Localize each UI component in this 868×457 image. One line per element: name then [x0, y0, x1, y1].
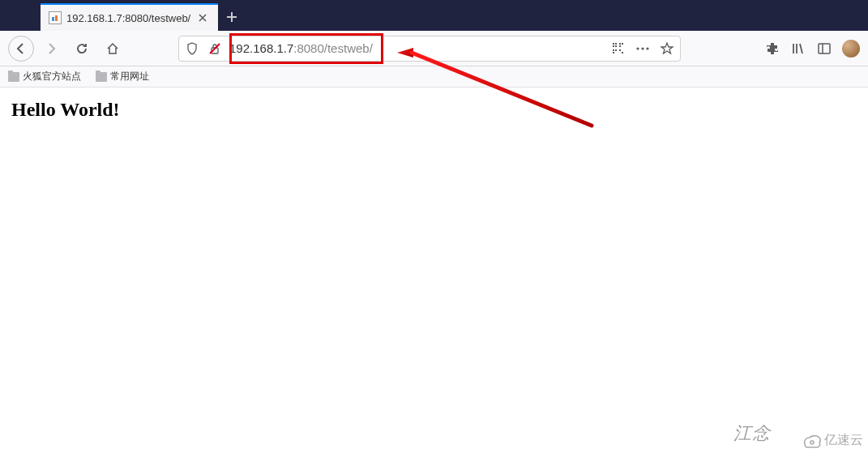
- sidebar-icon[interactable]: [816, 41, 832, 57]
- url-host: 192.168.1.7: [229, 41, 293, 55]
- library-icon[interactable]: [790, 41, 806, 57]
- svg-rect-22: [819, 44, 830, 53]
- svg-rect-5: [615, 43, 617, 45]
- svg-point-25: [810, 441, 814, 444]
- bookmark-common-sites[interactable]: 常用网址: [96, 70, 149, 83]
- bookmark-label: 火狐官方站点: [23, 70, 81, 83]
- tab-bar: 192.168.1.7:8080/testweb/: [0, 0, 868, 31]
- shield-icon[interactable]: [184, 41, 200, 57]
- qr-icon[interactable]: [610, 41, 626, 57]
- bookmark-star-icon[interactable]: [659, 41, 675, 57]
- svg-rect-1: [55, 15, 58, 21]
- folder-icon: [96, 72, 107, 82]
- svg-point-18: [646, 47, 648, 49]
- svg-rect-7: [615, 45, 617, 47]
- svg-line-21: [800, 44, 802, 53]
- svg-rect-10: [619, 45, 621, 47]
- account-avatar[interactable]: [842, 40, 860, 58]
- address-bar-actions: [610, 41, 675, 57]
- svg-point-16: [636, 47, 639, 49]
- extensions-icon[interactable]: [764, 41, 780, 57]
- insecure-lock-icon[interactable]: [207, 41, 223, 57]
- navigation-toolbar: 192.168.1.7:8080/testweb/: [0, 31, 868, 66]
- svg-rect-6: [613, 45, 614, 47]
- page-heading: Hello World!: [11, 99, 857, 121]
- svg-rect-8: [619, 43, 621, 45]
- reload-button[interactable]: [68, 35, 96, 62]
- svg-rect-4: [613, 43, 614, 45]
- svg-rect-0: [52, 17, 54, 21]
- browser-tab[interactable]: 192.168.1.7:8080/testweb/: [41, 3, 218, 31]
- page-actions-icon[interactable]: [635, 41, 651, 57]
- watermark-logo: 亿速云: [800, 432, 863, 449]
- svg-rect-9: [622, 43, 623, 45]
- address-bar[interactable]: 192.168.1.7:8080/testweb/: [178, 36, 681, 62]
- svg-rect-14: [619, 49, 621, 51]
- tab-title: 192.168.1.7:8080/testweb/: [66, 12, 190, 24]
- watermark-logo-text: 亿速云: [824, 432, 863, 449]
- svg-point-17: [641, 47, 644, 49]
- home-button[interactable]: [99, 35, 126, 62]
- page-viewport: Hello World!: [0, 88, 868, 132]
- tab-close-button[interactable]: [195, 11, 210, 25]
- folder-icon: [8, 72, 19, 82]
- toolbar-right: [764, 40, 860, 58]
- bookmarks-toolbar: 火狐官方站点 常用网址: [0, 66, 868, 88]
- url-text[interactable]: 192.168.1.7:8080/testweb/: [229, 41, 604, 55]
- bookmark-firefox-official[interactable]: 火狐官方站点: [8, 70, 81, 83]
- svg-rect-11: [613, 49, 614, 51]
- svg-rect-13: [613, 52, 614, 53]
- svg-rect-15: [622, 52, 623, 53]
- tab-favicon-icon: [49, 11, 62, 24]
- new-tab-button[interactable]: [218, 3, 246, 31]
- bookmark-label: 常用网址: [110, 70, 149, 83]
- forward-button[interactable]: [37, 35, 65, 62]
- back-button[interactable]: [8, 36, 34, 62]
- watermark-text: 江念: [733, 421, 771, 446]
- svg-rect-12: [615, 49, 617, 51]
- url-path: :8080/testweb/: [293, 41, 373, 55]
